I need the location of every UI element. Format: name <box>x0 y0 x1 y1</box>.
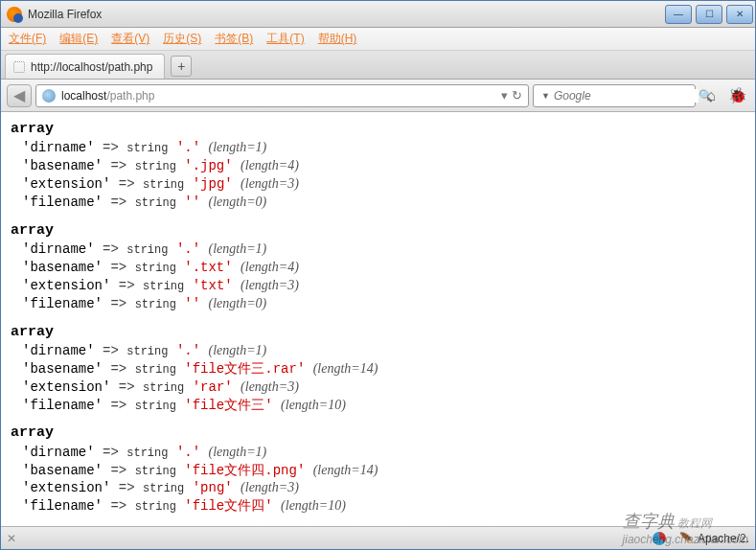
array-row: 'basename' => string 'file文件四.png' (leng… <box>11 462 745 480</box>
page-icon <box>13 61 25 73</box>
value-length: (length=3) <box>241 480 299 494</box>
array-row: 'filename' => string 'file文件三' (length=1… <box>11 397 745 415</box>
menubar: 文件(F) 编辑(E) 查看(V) 历史(S) 书签(B) 工具(T) 帮助(H… <box>1 28 755 51</box>
search-engine-dropdown-icon[interactable]: ▼ <box>541 91 550 101</box>
arrow-icon: => <box>110 296 126 311</box>
reload-icon[interactable]: ↻ <box>512 88 522 103</box>
value-type: string <box>126 243 168 257</box>
value-type: string <box>143 280 184 293</box>
array-key: 'dirname' <box>22 241 95 257</box>
array-key: 'filename' <box>22 195 103 210</box>
array-key: 'extension' <box>22 278 110 293</box>
url-bar[interactable]: localhost/path.php ▾ ↻ <box>35 84 529 107</box>
array-row: 'extension' => string 'jpg' (length=3) <box>11 175 745 194</box>
close-button[interactable]: ✕ <box>726 5 753 24</box>
array-row: 'extension' => string 'rar' (length=3) <box>11 378 745 397</box>
array-key: 'basename' <box>22 158 103 173</box>
maximize-button[interactable]: ☐ <box>696 5 722 24</box>
value-type: string <box>135 160 176 173</box>
arrow-icon: => <box>110 158 126 173</box>
menu-help[interactable]: 帮助(H) <box>318 31 357 47</box>
array-row: 'extension' => string 'png' (length=3) <box>11 479 745 497</box>
apache-feather-icon: 🪶 <box>679 532 694 545</box>
array-row: 'dirname' => string '.' (length=1) <box>11 444 745 462</box>
arrow-icon: => <box>110 260 126 275</box>
arrow-icon: => <box>103 140 119 155</box>
value-string: 'jpg' <box>193 176 233 192</box>
window-controls: — ☐ ✕ <box>663 2 755 27</box>
value-string: 'png' <box>193 480 233 495</box>
value-length: (length=3) <box>241 176 299 191</box>
statusbar-close-icon[interactable]: ✕ <box>7 532 16 545</box>
menu-view[interactable]: 查看(V) <box>111 31 149 47</box>
minimize-button[interactable]: — <box>665 5 692 24</box>
arrow-icon: => <box>103 445 119 460</box>
array-key: 'filename' <box>22 498 103 514</box>
value-type: string <box>143 178 184 192</box>
arrow-icon: => <box>110 398 126 413</box>
value-string: '' <box>184 195 200 210</box>
value-type: string <box>135 262 176 275</box>
arrow-icon: => <box>103 343 119 358</box>
value-length: (length=1) <box>209 241 267 256</box>
arrow-icon: => <box>103 241 119 257</box>
value-string: '.' <box>176 140 200 155</box>
statusbar: ✕ 🪶 Apache/2. <box>1 526 755 549</box>
firebug-button[interactable]: 🐞 <box>726 84 749 107</box>
home-button[interactable]: ⌂ <box>699 84 722 107</box>
menu-edit[interactable]: 编辑(E) <box>59 31 98 47</box>
value-string: 'file文件三.rar' <box>184 361 305 377</box>
value-type: string <box>143 482 184 495</box>
tabbar: http://localhost/path.php + <box>1 51 755 80</box>
array-key: 'basename' <box>22 463 103 478</box>
value-length: (length=1) <box>209 140 267 154</box>
value-type: string <box>135 500 176 514</box>
new-tab-button[interactable]: + <box>171 56 192 77</box>
value-length: (length=3) <box>241 278 299 292</box>
value-length: (length=10) <box>281 398 346 412</box>
value-string: '' <box>184 296 200 311</box>
arrow-icon: => <box>119 379 135 395</box>
tab-active[interactable]: http://localhost/path.php <box>5 54 165 79</box>
dropdown-history-icon[interactable]: ▾ <box>501 88 508 103</box>
value-length: (length=10) <box>281 498 346 513</box>
array-key: 'extension' <box>22 480 110 495</box>
page-content: array'dirname' => string '.' (length=1)'… <box>1 112 755 526</box>
value-string: '.jpg' <box>184 158 232 173</box>
search-input[interactable] <box>554 89 699 103</box>
site-identity-icon <box>42 89 56 103</box>
value-string: '.' <box>176 241 200 257</box>
array-row: 'filename' => string 'file文件四' (length=1… <box>11 497 745 516</box>
value-length: (length=4) <box>241 158 299 172</box>
arrow-icon: => <box>119 176 135 192</box>
firefox-icon <box>7 7 22 22</box>
browser-window: Mozilla Firefox — ☐ ✕ 文件(F) 编辑(E) 查看(V) … <box>0 0 756 550</box>
value-string: 'txt' <box>193 278 233 293</box>
array-key: 'filename' <box>22 398 103 413</box>
value-type: string <box>135 363 176 377</box>
value-type: string <box>126 345 168 358</box>
array-key: 'basename' <box>22 361 103 377</box>
value-string: 'file文件四.png' <box>184 463 305 478</box>
menu-file[interactable]: 文件(F) <box>9 31 46 47</box>
menu-tools[interactable]: 工具(T) <box>266 31 304 47</box>
value-length: (length=3) <box>241 379 299 394</box>
arrow-icon: => <box>119 278 135 293</box>
yslow-gauge-icon[interactable] <box>653 532 666 545</box>
array-row: 'filename' => string '' (length=0) <box>11 194 745 212</box>
value-type: string <box>126 142 168 155</box>
array-key: 'dirname' <box>22 343 95 358</box>
value-string: '.txt' <box>184 260 232 275</box>
arrow-icon: => <box>110 195 126 210</box>
tab-title: http://localhost/path.php <box>31 60 152 74</box>
menu-bookmarks[interactable]: 书签(B) <box>215 31 253 47</box>
search-bar[interactable]: ▼ 🔍 <box>533 84 696 107</box>
array-row: 'basename' => string 'file文件三.rar' (leng… <box>11 360 745 378</box>
menu-history[interactable]: 历史(S) <box>163 31 201 47</box>
value-string: '.' <box>176 343 200 358</box>
value-length: (length=0) <box>208 296 266 310</box>
toolbar: ◀ localhost/path.php ▾ ↻ ▼ 🔍 ⌂ 🐞 <box>1 80 755 112</box>
server-info: Apache/2. <box>698 532 749 545</box>
back-button[interactable]: ◀ <box>7 84 32 107</box>
array-row: 'dirname' => string '.' (length=1) <box>11 139 745 157</box>
